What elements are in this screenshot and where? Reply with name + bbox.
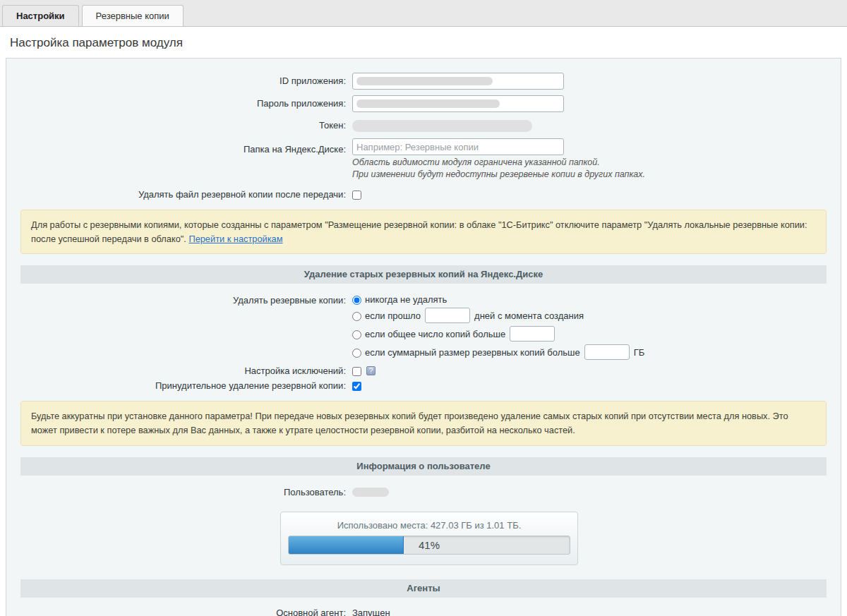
force-delete-row: Принудительное удаление резервной копии: bbox=[6, 379, 841, 391]
radio-option-count: если общее число копий больше bbox=[352, 326, 644, 342]
exceptions-checkbox[interactable] bbox=[352, 367, 361, 376]
main-agent-status: Запущен bbox=[352, 608, 390, 616]
redacted-value bbox=[352, 120, 532, 132]
radio-total-size[interactable] bbox=[352, 349, 361, 358]
app-id-row: ID приложения: bbox=[6, 73, 841, 90]
disk-usage-track: 41% bbox=[288, 536, 570, 555]
goto-settings-link[interactable]: Перейти к настройкам bbox=[188, 234, 282, 244]
main-agent-row: Основной агент: Запущен bbox=[6, 608, 841, 616]
section-user-title: Информация о пользователе bbox=[20, 457, 827, 476]
main-agent-label: Основной агент: bbox=[6, 608, 352, 616]
radio-copies-count[interactable] bbox=[352, 330, 361, 339]
notice-text: Для работы с резервными копиями, которые… bbox=[31, 219, 807, 244]
radio-days-suffix: дней с момента создания bbox=[474, 310, 584, 321]
delete-after-transfer-checkbox[interactable] bbox=[352, 191, 361, 200]
app-id-input[interactable] bbox=[352, 73, 564, 90]
exceptions-label: Настройка исключений: bbox=[6, 364, 352, 376]
radio-count-prefix: если общее число копий больше bbox=[365, 329, 505, 339]
radio-days-passed[interactable] bbox=[352, 312, 361, 321]
folder-input[interactable] bbox=[352, 138, 564, 155]
app-password-label: Пароль приложения: bbox=[6, 95, 352, 109]
disk-usage-label: Использовано места: 427.03 ГБ из 1.01 ТБ… bbox=[288, 520, 570, 531]
folder-label: Папка на Яндекс.Диске: bbox=[6, 138, 352, 155]
page-title: Настройка параметров модуля bbox=[0, 27, 847, 58]
exceptions-row: Настройка исключений: ? bbox=[6, 364, 841, 376]
days-input[interactable] bbox=[425, 308, 470, 323]
folder-hint-line-2: При изменении будут недоступны резервены… bbox=[352, 169, 645, 181]
tab-settings[interactable]: Настройки bbox=[2, 5, 79, 26]
redacted-value bbox=[356, 99, 500, 108]
app-password-input[interactable] bbox=[352, 95, 564, 112]
delete-copies-label: Удалять резервные копии: bbox=[6, 294, 352, 306]
radio-option-size: если суммарный размер резервных копий бо… bbox=[352, 344, 644, 360]
disk-usage-widget: Использовано места: 427.03 ГБ из 1.01 ТБ… bbox=[280, 512, 578, 565]
tab-bar: Настройки Резервные копии bbox=[0, 0, 847, 27]
user-label: Пользователь: bbox=[6, 485, 352, 497]
app-password-row: Пароль приложения: bbox=[6, 95, 841, 112]
force-delete-checkbox[interactable] bbox=[352, 382, 361, 391]
section-deletion-title: Удаление старых резервных копий на Яндек… bbox=[20, 265, 827, 284]
section-agents-title: Агенты bbox=[20, 579, 827, 598]
radio-days-prefix: если прошло bbox=[365, 310, 421, 321]
radio-never-label: никогда не удалять bbox=[365, 294, 447, 305]
radio-option-days: если прошлодней с момента создания bbox=[352, 308, 644, 323]
app-id-label: ID приложения: bbox=[6, 73, 352, 86]
redacted-value bbox=[356, 77, 493, 85]
disk-usage-percent: 41% bbox=[289, 536, 570, 555]
radio-size-prefix: если суммарный размер резервных копий бо… bbox=[365, 347, 580, 358]
force-delete-label: Принудительное удаление резервной копии: bbox=[6, 379, 352, 391]
notice-box: Для работы с резервными копиями, которые… bbox=[20, 210, 827, 255]
folder-hint-line-1: Область видимости модуля ограничена указ… bbox=[352, 157, 645, 169]
copies-count-input[interactable] bbox=[510, 326, 555, 342]
folder-row: Папка на Яндекс.Диске: Область видимости… bbox=[6, 138, 841, 181]
user-row: Пользователь: bbox=[6, 485, 841, 499]
help-icon[interactable]: ? bbox=[366, 366, 376, 375]
token-label: Токен: bbox=[6, 118, 352, 131]
delete-after-transfer-row: Удалять файл резервной копии после перед… bbox=[6, 188, 841, 200]
redacted-value bbox=[352, 488, 389, 497]
warning-box: Будьте аккуратны при установке данного п… bbox=[20, 401, 827, 446]
radio-never-delete[interactable] bbox=[352, 296, 361, 305]
radio-size-suffix: ГБ bbox=[634, 347, 645, 358]
delete-copies-row: Удалять резервные копии: никогда не удал… bbox=[6, 294, 841, 363]
total-size-input[interactable] bbox=[584, 344, 630, 360]
delete-after-transfer-label: Удалять файл резервной копии после перед… bbox=[6, 188, 352, 200]
tab-backup-copies[interactable]: Резервные копии bbox=[82, 5, 184, 26]
settings-panel: ID приложения: Пароль приложения: Токен:… bbox=[6, 58, 841, 616]
token-row: Токен: bbox=[6, 118, 841, 134]
radio-option-never: никогда не удалять bbox=[352, 294, 644, 305]
